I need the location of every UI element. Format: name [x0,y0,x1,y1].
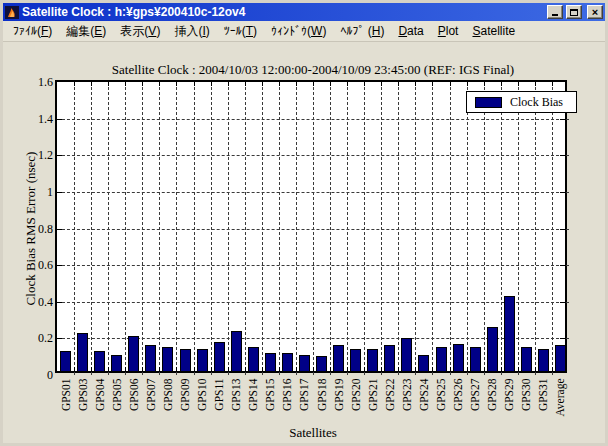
x-tick-mark [91,82,92,86]
close-icon: × [592,7,598,18]
menu-item-edit[interactable]: 編集(E) [59,20,113,43]
menu-item-window[interactable]: ｳｨﾝﾄﾞｳ(W) [264,21,333,41]
gridline-vertical [74,82,75,375]
y-tick-mark [560,265,565,266]
x-tick-mark [108,82,109,86]
menu-item-data[interactable]: Data [391,21,430,41]
x-tick-mark [450,367,451,371]
x-tick-mark [125,367,126,371]
gridline-vertical [91,82,92,375]
x-tick-label: GPS13 [230,379,243,423]
x-tick-mark [313,82,314,86]
x-tick-mark [262,82,263,86]
x-tick-label: GPS25 [435,379,448,423]
legend-label: Clock Bias [510,95,563,110]
x-tick-mark [364,367,365,371]
x-tick-label: GPS23 [401,379,414,423]
figure-area: Satellite Clock : 2004/10/03 12:00:00-20… [3,42,605,443]
menu-item-file-post: ) [48,24,52,38]
menu-item-satellite[interactable]: Satellite [465,21,522,41]
menu-item-view[interactable]: 表示(V) [113,20,167,43]
bar-GPS08 [162,347,173,371]
x-tick-mark [74,367,75,371]
gridline-vertical [432,82,433,375]
plot-area [55,80,567,373]
x-tick-mark [176,367,177,371]
x-tick-mark [211,367,212,371]
y-tick-label: 0.4 [21,295,53,309]
menu-item-view-pre: 表示( [120,24,148,38]
menubar: ﾌｧｲﾙ(F)編集(E)表示(V)挿入(I)ﾂｰﾙ(T)ｳｨﾝﾄﾞｳ(W)ﾍﾙﾌ… [3,21,605,42]
legend-swatch [475,97,502,108]
x-tick-label: GPS29 [503,379,516,423]
x-tick-mark [296,82,297,86]
x-tick-mark [176,82,177,86]
gridline-vertical [211,82,212,375]
menu-item-tools[interactable]: ﾂｰﾙ(T) [217,21,264,41]
y-tick-mark [560,119,565,120]
x-tick-mark [211,82,212,86]
x-tick-label: GPS17 [298,379,311,423]
menu-item-file[interactable]: ﾌｧｲﾙ(F) [6,21,59,41]
x-tick-label: GPS22 [384,379,397,423]
menu-item-tools-key: T [246,24,253,38]
menu-item-tools-post: ) [253,24,257,38]
x-tick-mark [347,367,348,371]
x-tick-mark [535,82,536,86]
y-tick-mark [560,338,565,339]
bar-GPS28 [487,327,498,371]
menu-item-window-post: ) [322,24,326,38]
y-tick-mark [57,229,62,230]
y-tick-label: 0.6 [21,258,53,272]
y-tick-mark [57,265,62,266]
y-tick-mark [57,338,62,339]
maximize-icon [570,9,578,16]
bar-GPS15 [265,353,276,371]
minimize-button[interactable] [547,5,563,19]
gridline-vertical [125,82,126,375]
bar-GPS18 [316,356,327,371]
chart-title: Satellite Clock : 2004/10/03 12:00:00-20… [33,62,593,78]
gridline-vertical [484,82,485,375]
menu-item-insert[interactable]: 挿入(I) [167,20,216,43]
x-tick-label: GPS27 [469,379,482,423]
x-tick-mark [194,82,195,86]
x-tick-label: GPS16 [281,379,294,423]
titlebar[interactable]: Satellite Clock : h:¥gps¥200410c-12ov4 × [3,3,605,21]
bar-GPS16 [282,353,293,371]
bar-GPS22 [384,345,395,371]
legend[interactable]: Clock Bias [466,91,577,113]
x-tick-label: GPS10 [196,379,209,423]
x-tick-label: Average [554,379,567,423]
x-tick-label: GPS09 [179,379,192,423]
bar-GPS31 [538,349,549,371]
y-tick-mark [560,155,565,156]
x-tick-label: GPS15 [264,379,277,423]
close-button[interactable]: × [587,5,603,19]
menu-item-data-key: D [398,24,407,38]
y-tick-label: 0.8 [21,222,53,236]
bar-GPS03 [77,333,88,371]
x-tick-mark [501,367,502,371]
window-title: Satellite Clock : h:¥gps¥200410c-12ov4 [22,3,544,21]
gridline-vertical [228,82,229,375]
gridline-vertical [108,82,109,375]
x-tick-mark [313,367,314,371]
x-tick-label: GPS06 [128,379,141,423]
gridline-vertical [296,82,297,375]
gridline-vertical [347,82,348,375]
matlab-flame-icon[interactable] [5,6,19,19]
x-tick-mark [552,82,553,86]
x-tick-mark [467,82,468,86]
x-tick-mark [142,82,143,86]
menu-item-plot[interactable]: Plot [431,21,466,41]
x-tick-mark [330,367,331,371]
bar-GPS21 [367,349,378,371]
x-tick-label: GPS14 [247,379,260,423]
menu-item-help[interactable]: ﾍﾙﾌﾟ (H) [333,21,391,41]
x-tick-mark [279,82,280,86]
maximize-button[interactable] [566,5,582,19]
x-tick-label: GPS04 [94,379,107,423]
x-tick-mark [296,367,297,371]
x-tick-mark [450,82,451,86]
